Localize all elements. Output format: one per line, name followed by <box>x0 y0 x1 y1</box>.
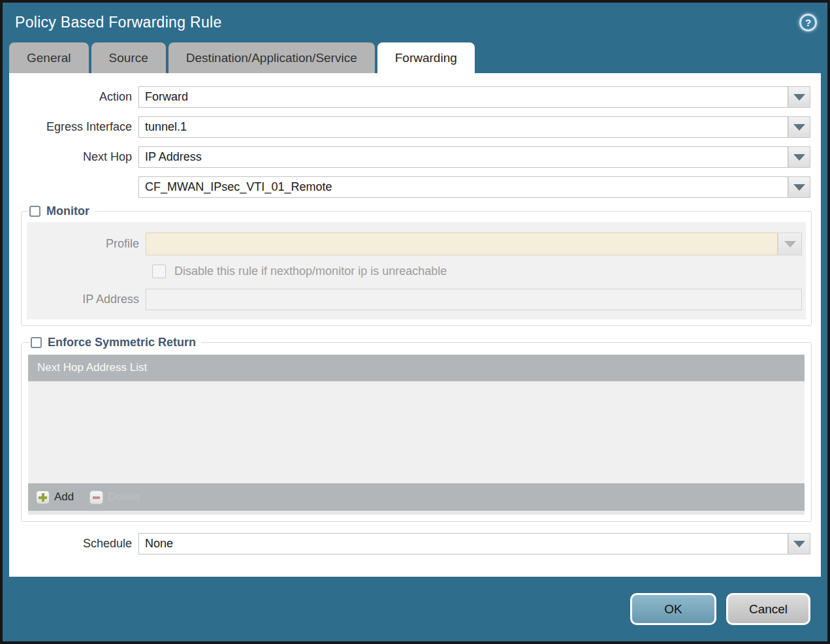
profile-row: Profile <box>27 233 806 255</box>
monitor-ip-address-label: IP Address <box>27 293 146 306</box>
profile-label: Profile <box>27 237 146 251</box>
tab-destination-application-service[interactable]: Destination/Application/Service <box>168 42 375 73</box>
next-hop-address-select[interactable]: CF_MWAN_IPsec_VTI_01_Remote <box>138 176 788 198</box>
minus-icon <box>89 491 103 504</box>
table-bottom-strip <box>28 511 805 515</box>
enforce-symmetric-return-fieldset: Enforce Symmetric Return Next Hop Addres… <box>21 336 812 522</box>
next-hop-dropdown-button[interactable] <box>788 146 810 168</box>
monitor-label: Monitor <box>46 204 89 218</box>
enforce-symmetric-return-label: Enforce Symmetric Return <box>48 336 196 349</box>
action-dropdown-button[interactable] <box>788 86 810 108</box>
next-hop-row: Next Hop IP Address <box>9 146 821 168</box>
monitor-ip-address-input <box>146 289 802 310</box>
tab-strip: General Source Destination/Application/S… <box>3 42 827 73</box>
schedule-dropdown-button[interactable] <box>788 533 810 555</box>
monitor-fieldset: Monitor Profile Disable this rule if nex… <box>21 204 812 326</box>
table-body-empty <box>28 381 805 483</box>
dialog-titlebar: Policy Based Forwarding Rule ? <box>3 3 827 42</box>
tab-forwarding[interactable]: Forwarding <box>377 42 475 73</box>
delete-button: Delete <box>89 491 140 504</box>
egress-interface-dropdown-button[interactable] <box>788 116 810 138</box>
monitor-checkbox[interactable] <box>29 206 40 217</box>
chevron-down-icon <box>793 541 805 547</box>
chevron-down-icon <box>793 184 805 191</box>
chevron-down-icon <box>793 124 805 131</box>
dialog-title: Policy Based Forwarding Rule <box>15 14 222 31</box>
disable-rule-label: Disable this rule if nexthop/monitor ip … <box>174 265 447 278</box>
next-hop-address-dropdown-button[interactable] <box>788 176 810 198</box>
monitor-panel: Profile Disable this rule if nexthop/mon… <box>27 222 806 319</box>
tab-general[interactable]: General <box>9 42 89 73</box>
next-hop-address-list-column-header: Next Hop Address List <box>37 361 147 374</box>
table-toolbar: Add Delete <box>28 483 805 511</box>
forwarding-tab-panel: Action Forward Egress Interface tunnel.1… <box>9 73 821 577</box>
disable-rule-checkbox <box>152 265 166 278</box>
plus-icon <box>36 491 50 504</box>
chevron-down-icon <box>793 154 805 161</box>
next-hop-type-select[interactable]: IP Address <box>138 146 788 168</box>
schedule-select[interactable]: None <box>138 533 788 555</box>
ok-button[interactable]: OK <box>630 593 716 625</box>
monitor-legend: Monitor <box>28 204 95 218</box>
dialog-footer: OK Cancel <box>3 577 827 641</box>
next-hop-label: Next Hop <box>9 150 138 164</box>
pbf-rule-dialog: Policy Based Forwarding Rule ? General S… <box>0 0 830 644</box>
cancel-button[interactable]: Cancel <box>726 593 810 625</box>
add-button-label: Add <box>54 491 74 504</box>
egress-interface-label: Egress Interface <box>9 120 138 134</box>
delete-button-label: Delete <box>108 491 140 504</box>
action-row: Action Forward <box>9 86 821 108</box>
table-header: Next Hop Address List <box>28 355 805 381</box>
add-button[interactable]: Add <box>36 491 74 504</box>
tab-source[interactable]: Source <box>91 42 166 73</box>
enforce-symmetric-return-legend: Enforce Symmetric Return <box>29 336 201 349</box>
action-select[interactable]: Forward <box>138 86 788 108</box>
chevron-down-icon <box>793 94 805 101</box>
egress-interface-select[interactable]: tunnel.1 <box>138 116 788 138</box>
disable-rule-row: Disable this rule if nexthop/monitor ip … <box>27 265 806 278</box>
help-icon[interactable]: ? <box>799 14 817 31</box>
schedule-label: Schedule <box>9 537 138 551</box>
monitor-ip-address-row: IP Address <box>27 289 806 310</box>
profile-dropdown-button <box>778 233 802 255</box>
next-hop-address-row: CF_MWAN_IPsec_VTI_01_Remote <box>9 176 821 198</box>
enforce-symmetric-return-checkbox[interactable] <box>31 337 42 348</box>
profile-select <box>146 233 778 255</box>
next-hop-address-table: Next Hop Address List Add Delete <box>28 355 805 515</box>
egress-interface-row: Egress Interface tunnel.1 <box>9 116 821 138</box>
chevron-down-icon <box>784 241 796 248</box>
action-label: Action <box>9 90 138 104</box>
schedule-row: Schedule None <box>9 533 821 555</box>
